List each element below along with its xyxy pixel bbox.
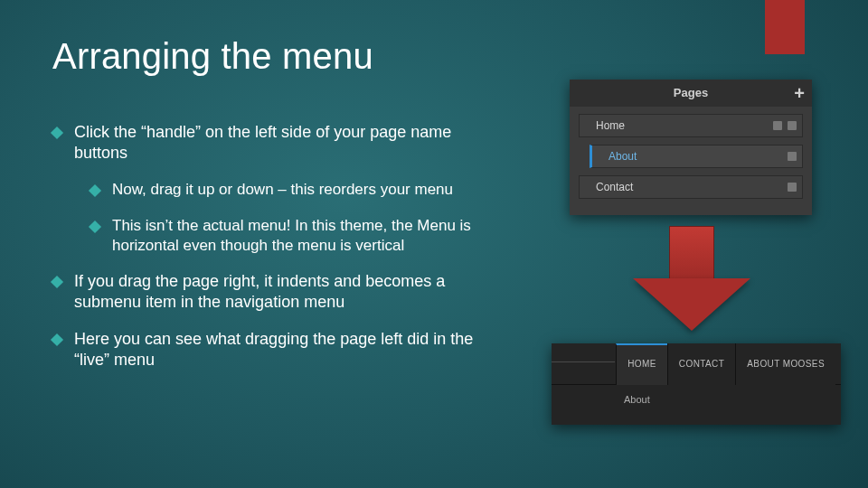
bullet-item: Now, drag it up or down – this reorders … [90, 180, 505, 200]
bullet-text: Now, drag it up or down – this reorders … [112, 180, 505, 200]
live-tab-contact[interactable]: CONTACT [667, 343, 735, 385]
page-row-label: About [609, 150, 637, 163]
settings-icon[interactable] [788, 152, 797, 161]
live-submenu-bar: About [552, 385, 841, 425]
slide-title: Arranging the menu [52, 36, 373, 77]
bullet-text: If you drag the page right, it indents a… [74, 271, 505, 313]
page-row-actions [773, 115, 797, 130]
bullet-text: Click the “handle” on the left side of y… [74, 122, 505, 164]
bullet-icon [89, 221, 101, 233]
page-row-label: Home [596, 119, 625, 132]
bullet-icon [51, 127, 63, 139]
down-arrow-graphic [633, 226, 750, 334]
bullet-item: Here you can see what dragging the page … [52, 329, 505, 371]
page-row-home[interactable]: Home [579, 114, 803, 137]
bullet-icon [89, 184, 101, 197]
arrow-shaft [669, 226, 714, 280]
bullet-item: If you drag the page right, it indents a… [52, 271, 505, 313]
add-page-button[interactable]: + [794, 80, 805, 107]
page-row-contact[interactable]: Contact [579, 175, 803, 199]
arrow-head-icon [633, 278, 750, 331]
live-tab-home[interactable]: HOME [616, 343, 667, 385]
bullet-icon [51, 276, 63, 288]
page-row-label: Contact [596, 181, 633, 193]
duplicate-icon[interactable] [773, 121, 782, 130]
live-menu-tabs: HOME CONTACT ABOUT MOOSES [616, 343, 835, 385]
bullet-text: This isn’t the actual menu! In this them… [112, 216, 505, 256]
live-menu-bar: HOME CONTACT ABOUT MOOSES [552, 343, 841, 385]
settings-icon[interactable] [788, 121, 797, 130]
bullet-icon [51, 333, 63, 346]
page-row-actions [788, 176, 797, 192]
divider-line [552, 361, 615, 362]
live-submenu-about[interactable]: About [624, 394, 650, 405]
bullet-text: Here you can see what dragging the page … [74, 329, 505, 371]
live-menu-preview: HOME CONTACT ABOUT MOOSES About [552, 343, 841, 425]
pages-panel-title: Pages [674, 86, 708, 99]
pages-panel-header: Pages + [570, 80, 812, 107]
live-tab-about-mooses[interactable]: ABOUT MOOSES [735, 343, 835, 385]
bullet-item: Click the “handle” on the left side of y… [52, 122, 505, 164]
page-row-about[interactable]: About [590, 145, 803, 168]
settings-icon[interactable] [788, 183, 797, 192]
bullet-list: Click the “handle” on the left side of y… [52, 122, 505, 387]
pages-panel: Pages + Home About Contact [570, 80, 812, 215]
page-row-actions [788, 145, 797, 161]
accent-tab [765, 0, 805, 54]
bullet-item: This isn’t the actual menu! In this them… [90, 216, 505, 256]
